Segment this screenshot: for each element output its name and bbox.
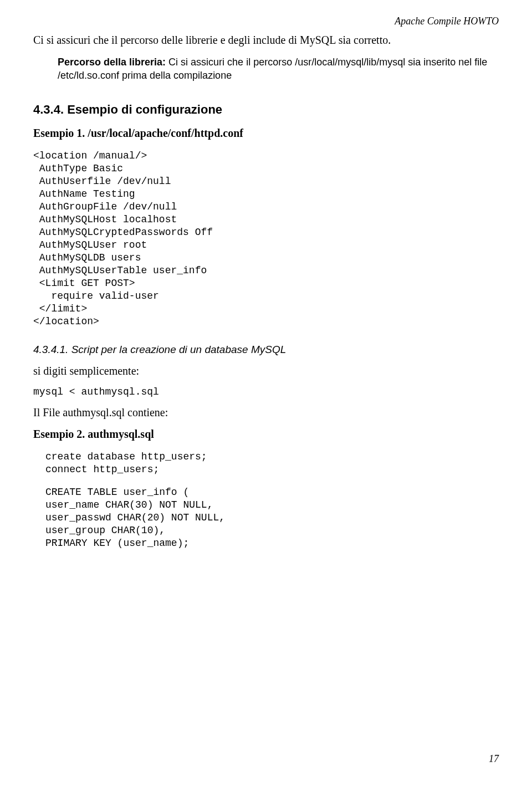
code-block-httpd-conf: <location /manual/> AuthType Basic AuthU… bbox=[33, 150, 499, 328]
code-block-sql-a: create database http_users; connect http… bbox=[45, 451, 499, 476]
note-text: Percorso della libreria: Ci si assicuri … bbox=[58, 55, 493, 83]
main-content: Apache Compile HOWTO Ci si assicuri che … bbox=[33, 16, 499, 753]
page-number: 17 bbox=[33, 753, 499, 765]
p-digiti: si digiti semplicemente: bbox=[33, 364, 499, 379]
running-header: Apache Compile HOWTO bbox=[33, 16, 499, 27]
note-block: Percorso della libreria: Ci si assicuri … bbox=[58, 55, 493, 83]
subsection-heading: 4.3.4.1. Script per la creazione di un d… bbox=[33, 344, 499, 356]
example1-prefix: Esempio 1. bbox=[33, 127, 88, 139]
section-heading: 4.3.4. Esempio di configurazione bbox=[33, 103, 499, 117]
example1-path: /usr/local/apache/conf/httpd.conf bbox=[88, 127, 243, 139]
note-label: Percorso della libreria: bbox=[58, 57, 166, 68]
example1-title: Esempio 1. /usr/local/apache/conf/httpd.… bbox=[33, 127, 499, 140]
cmd-mysql: mysql < authmysql.sql bbox=[33, 386, 499, 397]
code-block-sql-b: CREATE TABLE user_info ( user_name CHAR(… bbox=[45, 486, 499, 550]
p-file-contains: Il File authmysql.sql contiene: bbox=[33, 405, 499, 420]
page: Apache Compile HOWTO Ci si assicuri che … bbox=[0, 0, 532, 787]
example2-title: Esempio 2. authmysql.sql bbox=[33, 428, 499, 441]
intro-paragraph: Ci si assicuri che il percorso delle lib… bbox=[33, 33, 499, 48]
code-indent-block: create database http_users; connect http… bbox=[45, 451, 499, 550]
